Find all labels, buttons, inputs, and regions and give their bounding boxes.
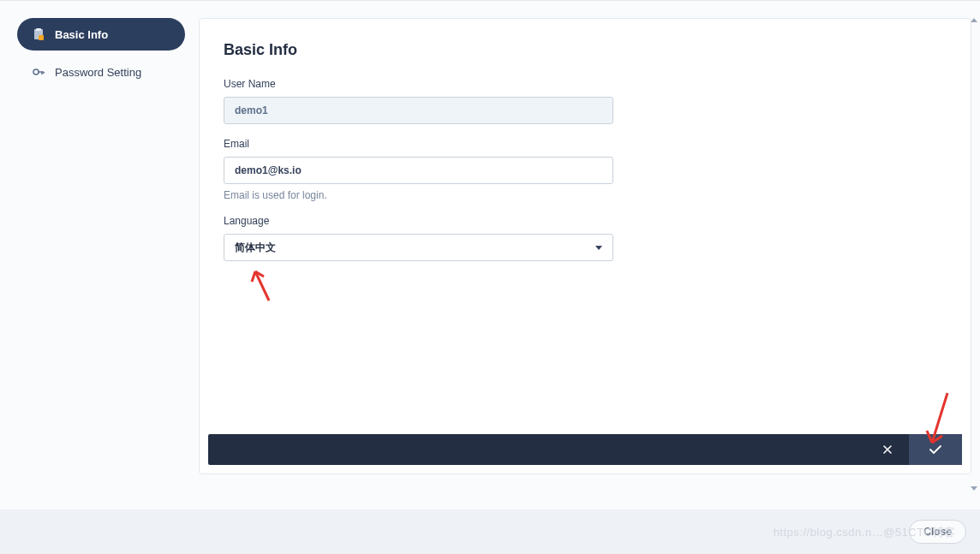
svg-rect-2 [39, 35, 44, 40]
scrollbar[interactable] [970, 18, 978, 491]
main-panel: Basic Info User Name Email Email is used… [199, 18, 971, 474]
form-group-email: Email Email is used for login. [224, 138, 613, 201]
username-input [224, 97, 613, 124]
page-title: Basic Info [224, 41, 947, 59]
language-select[interactable]: 简体中文 [224, 234, 613, 261]
action-bar [208, 434, 962, 465]
confirm-button[interactable] [909, 434, 962, 465]
close-icon [881, 444, 893, 456]
sidebar-item-label: Basic Info [55, 28, 108, 41]
username-label: User Name [224, 78, 613, 90]
clipboard-icon [31, 27, 46, 42]
chevron-down-icon [595, 246, 602, 250]
language-label: Language [224, 215, 613, 227]
check-icon [929, 444, 942, 456]
language-selected-value: 简体中文 [235, 241, 276, 255]
form-group-username: User Name [224, 78, 613, 124]
sidebar-item-password-setting[interactable]: Password Setting [17, 56, 185, 88]
sidebar: Basic Info Password Setting [17, 18, 185, 474]
email-input[interactable] [224, 157, 613, 184]
sidebar-item-basic-info[interactable]: Basic Info [17, 18, 185, 51]
form-group-language: Language 简体中文 [224, 215, 613, 261]
sidebar-item-label: Password Setting [55, 66, 141, 79]
close-button[interactable]: Close [909, 520, 966, 544]
footer-bar: Close [0, 509, 980, 554]
scroll-up-icon [971, 18, 977, 22]
cancel-button[interactable] [866, 434, 909, 465]
scroll-down-icon [971, 486, 977, 491]
email-help-text: Email is used for login. [224, 189, 613, 201]
key-icon [31, 64, 46, 80]
svg-rect-1 [36, 28, 41, 31]
email-label: Email [224, 138, 613, 150]
